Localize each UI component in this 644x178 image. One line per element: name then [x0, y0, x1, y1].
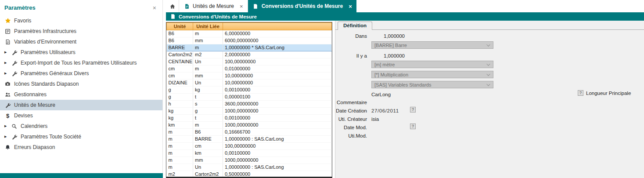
table-row[interactable]: m B6 0,16666700: [167, 129, 332, 136]
uti-mod-row: Uti.Mod.: [335, 132, 367, 139]
sidebar-item-label: Unités de Mesure: [14, 102, 55, 108]
help-button[interactable]: ?: [410, 107, 416, 113]
tab-home[interactable]: [166, 0, 179, 12]
wrench-icon: [4, 102, 11, 108]
cell-unite-liee: m: [193, 122, 223, 129]
tab-unites-de-mesure[interactable]: Unités de Mesure ×: [179, 0, 248, 12]
magnifier-icon: [11, 124, 18, 129]
help-button[interactable]: ?: [410, 124, 416, 129]
close-icon[interactable]: ×: [240, 4, 243, 9]
column-header-unite-liee[interactable]: Unité Liée: [193, 23, 223, 30]
il-y-a-unit-select[interactable]: [m] mètre: [371, 61, 493, 68]
help-button[interactable]: ?: [578, 90, 583, 96]
sidebar-item-label: Paramètres Généraux Divers: [21, 70, 89, 76]
tab-definition[interactable]: Définition: [338, 22, 372, 30]
chevron-right-icon: ▶: [4, 135, 8, 138]
cell-unite: h: [167, 101, 193, 108]
cell-unite: g: [167, 94, 193, 101]
wrench-icon: [11, 50, 18, 55]
table-row[interactable]: BARRE m 1,00000000 * SAS.CarLong: [167, 44, 332, 51]
dans-unit-select[interactable]: [BARRE] Barre: [371, 41, 493, 49]
table-row[interactable]: h s 3600,00000000: [167, 101, 332, 108]
tab-conversions-unites-de-mesure[interactable]: Conversions d'Unités de Mesure ×: [248, 0, 356, 12]
cell-unite: Carton2m2: [167, 51, 193, 58]
commentaire-row: Commentaire: [335, 99, 367, 105]
il-y-a-row: Il y a 1,000000: [335, 52, 405, 59]
chevron-down-icon: [486, 43, 490, 46]
table-row[interactable]: m cm 100,00000000: [167, 143, 332, 150]
sidebar-item-variables-environnement[interactable]: ▶ Variables d'Environnement: [0, 36, 162, 47]
table-row[interactable]: kg g 1000,00000000: [167, 108, 332, 115]
sidebar-item-erreurs-diapason[interactable]: ▶ Erreurs Diapason: [0, 142, 162, 153]
cell-unite: m: [167, 136, 193, 143]
sidebar-item-calendriers[interactable]: ▶ Calendriers: [0, 121, 162, 131]
sidebar-item-parametres-utilisateurs[interactable]: ▶ Paramètres Utilisateurs: [0, 47, 162, 58]
sidebar-item-favoris[interactable]: ▶ Favoris: [0, 15, 162, 26]
table-row[interactable]: m BARRE 1,00000000 : SAS.CarLong: [167, 136, 332, 143]
tab-label: Unités de Mesure: [193, 3, 234, 9]
cell-valeur: 10,00000000: [223, 80, 332, 87]
cell-valeur: 3600,00000000: [223, 101, 332, 108]
book-icon: [4, 29, 11, 34]
conversions-table: Unité Unité Liée B6 m 6,00000000: [166, 22, 332, 178]
content: Unité Unité Liée B6 m 6,00000000: [166, 21, 644, 178]
sidebar-item-devises[interactable]: ▶ $ Devises: [0, 110, 162, 121]
operation-select[interactable]: [*] Multiplication: [371, 71, 493, 78]
tab-label: Conversions d'Unités de Mesure: [262, 3, 343, 9]
cell-valeur: 6000,00000000: [223, 37, 332, 44]
cell-valeur: 1000,00000000: [223, 157, 332, 164]
content-header-title: Conversions d'Unités de Mesure: [179, 14, 257, 19]
cell-valeur: 6,00000000: [223, 30, 332, 37]
table-row[interactable]: B6 m 6,00000000: [167, 30, 332, 37]
longueur-principale-row: ? Longueur Principale: [578, 90, 631, 96]
close-icon[interactable]: ×: [349, 4, 352, 9]
sidebar-item-icones-standards-diapason[interactable]: ▶ Icônes Standards Diapason: [0, 79, 162, 89]
cell-unite-liee: cm: [193, 143, 223, 150]
cell-valeur: 1,00000000 * SAS.CarLong: [223, 44, 332, 51]
sidebar-item-gestionnaires[interactable]: ▶ Gestionnaires: [0, 89, 162, 100]
longueur-principale-label: Longueur Principale: [586, 91, 631, 96]
cell-unite: m: [167, 129, 193, 136]
date-mod-label: Date Mod.: [335, 125, 367, 130]
sidebar-item-parametres-toute-societe[interactable]: ▶ Paramètres Toute Société: [0, 131, 162, 142]
cell-unite: m2: [167, 171, 193, 178]
table-row[interactable]: m mm 1000,00000000: [167, 157, 332, 164]
cell-valeur: 0,00000100: [223, 94, 332, 101]
table-row[interactable]: Carton2m2 m2 2,00000000: [167, 51, 332, 58]
variable-type-select[interactable]: [SAS] Variables Standards: [371, 81, 493, 88]
column-header-valeur[interactable]: [223, 23, 332, 30]
table-row[interactable]: m2 Carton2m2 0,50000000: [167, 171, 332, 178]
cell-valeur: 0,50000000: [223, 171, 332, 178]
cell-unite-liee: mm: [193, 73, 223, 80]
cell-unite: B6: [167, 30, 193, 37]
sidebar-item-parametres-generaux-divers[interactable]: ▶ Paramètres Généraux Divers: [0, 68, 162, 79]
sidebar-item-parametres-infrastructures[interactable]: ▶ Paramètres Infrastructures: [0, 26, 162, 36]
table-header-row: Unité Unité Liée: [167, 23, 332, 30]
cell-valeur: 10,00000000: [223, 73, 332, 80]
home-icon: [169, 4, 176, 9]
column-header-unite[interactable]: Unité: [167, 23, 193, 30]
table-row[interactable]: CENTAINE Un 100,00000000: [167, 58, 332, 65]
table-row[interactable]: m km 0,00100000: [167, 150, 332, 157]
chevron-right-icon: ▶: [4, 61, 8, 65]
chevron-right-icon: ▶: [4, 124, 8, 128]
cell-unite: m: [167, 143, 193, 150]
table-row[interactable]: g t 0,00000100: [167, 94, 332, 101]
cell-unite-liee: m2: [193, 51, 223, 58]
sidebar-item-label: Gestionnaires: [14, 91, 47, 98]
sidebar-item-export-import[interactable]: ▶ Export-Import de Tous les Paramètres U…: [0, 58, 162, 68]
star-icon: [4, 18, 11, 24]
il-y-a-label: Il y a: [335, 53, 367, 58]
cell-unite-liee: B6: [193, 129, 223, 136]
table-row[interactable]: DIZAINE Un 10,00000000: [167, 80, 332, 87]
table-row[interactable]: km m 1000,00000000: [167, 122, 332, 129]
table-row[interactable]: kg t 0,00100000: [167, 115, 332, 122]
table-row[interactable]: cm mm 10,00000000: [167, 73, 332, 80]
table-row[interactable]: B6 mm 6000,00000000: [167, 37, 332, 44]
table-row[interactable]: g kg 0,00100000: [167, 87, 332, 94]
sidebar-item-unites-de-mesure[interactable]: ▶ Unités de Mesure: [0, 100, 162, 110]
table-row[interactable]: cm m 0,01000000: [167, 65, 332, 73]
close-icon[interactable]: ×: [153, 5, 156, 11]
table-row[interactable]: m Un 1,00000000 : SAS.CarLong: [167, 164, 332, 171]
cell-unite-liee: Carton2m2: [193, 171, 223, 178]
